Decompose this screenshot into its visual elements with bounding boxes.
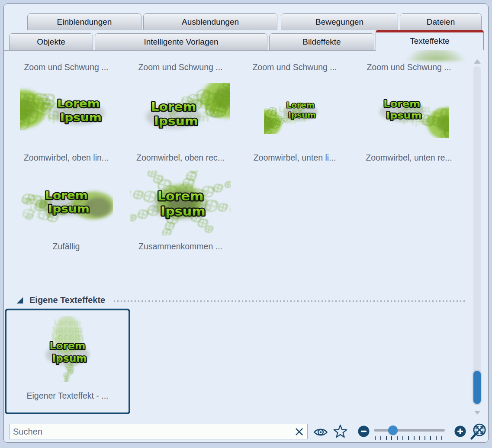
effect-thumbnail: LoremIpsumLoremIpsumLoremIpsum xyxy=(264,92,326,134)
svg-text:Lorem: Lorem xyxy=(383,98,420,109)
effect-item-swirl-top-right[interactable]: LoremIpsumLoremIpsumLoremIpsumZoomwirbel… xyxy=(123,75,238,164)
zoom-out-button[interactable] xyxy=(358,425,370,437)
effect-item-label: Zoomwirbel, oben lin... xyxy=(9,151,123,164)
slider-tick xyxy=(436,436,437,440)
x-icon xyxy=(294,426,305,437)
effect-thumbnail: LoremIpsum xyxy=(130,171,231,235)
section-collapse-triangle-icon[interactable] xyxy=(16,296,24,304)
effect-thumbnail-wrap: LoremIpsumLoremIpsumLoremIpsum xyxy=(352,75,466,151)
star-icon xyxy=(333,424,348,438)
scrollbar-thumb[interactable] xyxy=(473,371,481,404)
effect-thumbnail-wrap: LoremIpsumLoremIpsumLoremIpsum xyxy=(123,75,238,151)
svg-text:Ipsum: Ipsum xyxy=(288,110,316,119)
svg-text:Ipsum: Ipsum xyxy=(60,111,101,123)
svg-text:Lorem: Lorem xyxy=(151,100,196,113)
active-tab-red-indicator xyxy=(376,30,484,32)
effect-item-label: Zoomwirbel, unten re... xyxy=(352,151,466,164)
tab-ausblendungen[interactable]: Ausblendungen xyxy=(143,13,277,30)
effect-thumbnail: LoremIpsumLoremIpsumLoremIpsum xyxy=(20,84,113,142)
slider-tick xyxy=(386,436,387,440)
fit-magnifier-icon xyxy=(469,423,488,441)
tab-content-divider xyxy=(4,50,376,51)
effect-item-random[interactable]: LoremIpsumLoremIpsumZufällig xyxy=(9,166,123,253)
effect-item-label: Zoomwirbel, oben rec... xyxy=(123,151,238,164)
effect-item-converge[interactable]: LoremIpsumZusammenkommen ... xyxy=(123,166,238,253)
custom-section-header[interactable]: Eigene Texteffekte xyxy=(16,294,466,306)
slider-tick xyxy=(408,436,409,440)
slider-tick xyxy=(424,436,425,440)
tab-texteffekte[interactable]: Texteffekte xyxy=(376,30,484,50)
zoom-slider-thumb[interactable] xyxy=(388,425,398,435)
zoom-slider[interactable] xyxy=(374,425,445,440)
svg-text:Lorem: Lorem xyxy=(286,100,315,110)
tab-einblendungen[interactable]: Einblendungen xyxy=(27,13,141,30)
custom-texteffect-item-selected[interactable]: LoremIpsumLoremIpsumLoremIpsumLoremIpsum… xyxy=(5,309,130,414)
effect-thumbnail: LoremIpsumLoremIpsumLoremIpsumLoremIpsum xyxy=(29,316,106,382)
slider-tick xyxy=(402,436,403,440)
svg-text:Ipsum: Ipsum xyxy=(52,352,87,364)
favorites-button[interactable] xyxy=(333,424,348,438)
scrollbar-up-button[interactable] xyxy=(474,59,481,64)
minus-icon xyxy=(358,425,370,437)
effect-item-label: Zufällig xyxy=(9,240,123,253)
slider-tick xyxy=(375,436,376,440)
partial-item-label[interactable]: Zoom und Schwung ... xyxy=(123,61,238,73)
eye-icon xyxy=(313,427,328,438)
partial-item-label[interactable]: Zoom und Schwung ... xyxy=(352,61,466,73)
tab-label: Objekte xyxy=(37,37,65,47)
search-input[interactable] xyxy=(10,427,294,437)
effect-item-label: Zoomwirbel, unten li... xyxy=(238,151,352,164)
search-box[interactable] xyxy=(9,424,308,439)
svg-text:Lorem: Lorem xyxy=(158,189,204,203)
slider-tick xyxy=(441,436,442,440)
tab-label: Dateien xyxy=(427,17,455,27)
effect-thumbnail: LoremIpsumLoremIpsum xyxy=(20,174,113,232)
effects-panel: EinblendungenAusblendungenBewegungenDate… xyxy=(3,3,489,443)
tab-label: Bildeffekte xyxy=(302,37,341,47)
effect-thumbnail: LoremIpsumLoremIpsumLoremIpsum xyxy=(369,88,449,138)
plus-icon xyxy=(454,425,466,437)
effect-thumbnail-wrap: LoremIpsumLoremIpsum xyxy=(9,166,123,240)
slider-tick xyxy=(391,436,392,440)
zoom-slider-track[interactable] xyxy=(374,429,445,432)
partial-item-label[interactable]: Zoom und Schwung ... xyxy=(9,61,123,73)
scrollbar-track[interactable] xyxy=(473,66,481,405)
slider-tick xyxy=(430,436,431,440)
svg-text:Ipsum: Ipsum xyxy=(154,114,198,128)
tab-dateien[interactable]: Dateien xyxy=(400,13,482,30)
svg-text:Lorem: Lorem xyxy=(50,340,86,351)
svg-text:Lorem: Lorem xyxy=(45,189,88,201)
tab-intelligente-vorlagen[interactable]: Intelligente Vorlagen xyxy=(95,33,267,50)
effect-thumbnail: LoremIpsumLoremIpsumLoremIpsum xyxy=(131,83,230,144)
custom-item-label: Eigener Texteffekt - ... xyxy=(9,388,126,403)
section-divider-dotted xyxy=(114,300,466,302)
section-title: Eigene Texteffekte xyxy=(29,295,105,305)
tab-objekte[interactable]: Objekte xyxy=(9,33,93,50)
fit-view-button[interactable] xyxy=(469,423,488,441)
partial-item-label[interactable]: Zoom und Schwung ... xyxy=(238,61,352,73)
slider-tick xyxy=(414,436,415,440)
tab-bewegungen[interactable]: Bewegungen xyxy=(281,13,398,30)
slider-tick xyxy=(397,436,398,440)
tab-label: Bewegungen xyxy=(315,17,363,27)
tab-label: Texteffekte xyxy=(410,36,450,46)
effect-item-swirl-top-left[interactable]: LoremIpsumLoremIpsumLoremIpsumZoomwirbel… xyxy=(9,75,123,164)
svg-text:Ipsum: Ipsum xyxy=(386,110,422,120)
effect-thumbnail-wrap: LoremIpsumLoremIpsumLoremIpsumLoremIpsum xyxy=(6,312,129,386)
scrollbar-down-button[interactable] xyxy=(474,411,480,415)
svg-text:Ipsum: Ipsum xyxy=(48,203,89,215)
effect-item-swirl-bottom-right[interactable]: LoremIpsumLoremIpsumLoremIpsumZoomwirbel… xyxy=(352,75,466,164)
zoom-slider-ticks xyxy=(375,436,442,440)
effect-thumbnail-wrap: LoremIpsumLoremIpsumLoremIpsum xyxy=(9,75,123,151)
effect-thumbnail-wrap: LoremIpsumLoremIpsumLoremIpsum xyxy=(238,75,352,151)
effect-thumbnail-wrap: LoremIpsum xyxy=(123,166,238,240)
svg-text:Ipsum: Ipsum xyxy=(161,204,206,219)
zoom-in-button[interactable] xyxy=(454,425,466,437)
tab-label: Ausblendungen xyxy=(182,17,239,27)
clear-search-button[interactable] xyxy=(294,426,305,437)
preview-toggle-button[interactable] xyxy=(313,427,328,438)
slider-tick xyxy=(380,436,381,440)
effect-item-swirl-bottom-left[interactable]: LoremIpsumLoremIpsumLoremIpsumZoomwirbel… xyxy=(238,75,352,164)
tab-label: Einblendungen xyxy=(57,17,112,27)
tab-bildeffekte[interactable]: Bildeffekte xyxy=(269,33,374,50)
